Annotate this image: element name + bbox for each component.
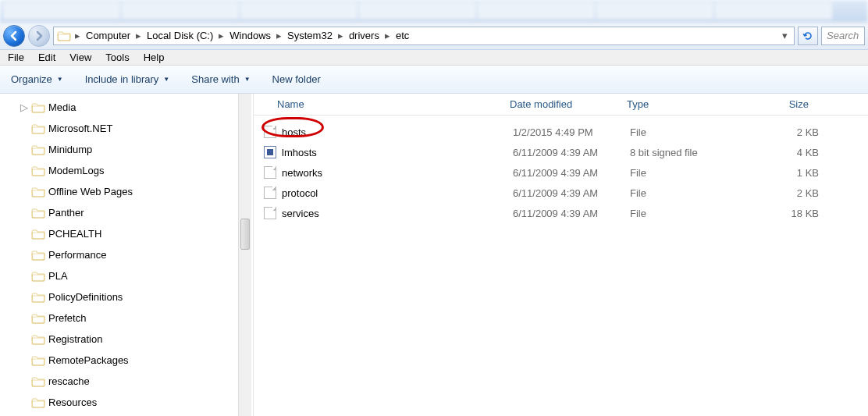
tree-item-label: Performance	[48, 249, 106, 261]
search-placeholder: Search	[827, 30, 859, 41]
scrollbar-thumb[interactable]	[240, 219, 250, 250]
tree-item-label: Minidump	[48, 144, 92, 155]
file-type: File	[630, 187, 747, 199]
crumb-drivers[interactable]: drivers	[347, 30, 381, 41]
file-name: networks	[282, 167, 513, 179]
folder-icon	[31, 123, 45, 134]
column-header-date[interactable]: Date modified	[503, 98, 621, 110]
menu-edit[interactable]: Edit	[32, 50, 62, 66]
file-row-services[interactable]: services6/11/2009 4:39 AMFile18 KB	[254, 203, 868, 223]
crumb-computer[interactable]: Computer	[84, 30, 132, 41]
tree-item-label: Offline Web Pages	[48, 186, 133, 197]
folder-icon	[31, 165, 45, 176]
menu-help[interactable]: Help	[137, 50, 171, 66]
file-date: 6/11/2009 4:39 AM	[513, 187, 630, 199]
chevron-right-icon: ▸	[274, 30, 284, 41]
file-name: lmhosts	[282, 147, 513, 158]
nav-bar: ▸ Computer ▸ Local Disk (C:) ▸ Windows ▸…	[0, 22, 868, 50]
crumb-windows[interactable]: Windows	[228, 30, 272, 41]
folder-icon	[31, 187, 45, 197]
folder-icon	[31, 376, 45, 387]
menu-tools[interactable]: Tools	[99, 50, 135, 66]
menu-file[interactable]: File	[2, 50, 30, 66]
tree-item-modemlogs[interactable]: ▷ModemLogs	[0, 160, 238, 181]
folder-icon	[57, 29, 71, 43]
column-header-name[interactable]: Name	[254, 98, 503, 110]
file-icon	[264, 146, 276, 158]
file-size: 18 KB	[747, 208, 819, 219]
tree-item-label: PCHEALTH	[48, 228, 101, 240]
organize-button[interactable]: Organize▼	[8, 70, 66, 88]
tree-item-label: Panther	[48, 207, 84, 219]
file-row-protocol[interactable]: protocol6/11/2009 4:39 AMFile2 KB	[254, 183, 868, 203]
chevron-right-icon: ▸	[382, 30, 393, 41]
folder-icon	[31, 250, 45, 261]
menu-view[interactable]: View	[63, 50, 98, 66]
folder-icon	[31, 334, 45, 345]
address-bar[interactable]: ▸ Computer ▸ Local Disk (C:) ▸ Windows ▸…	[53, 27, 795, 45]
tree-item-prefetch[interactable]: ▷Prefetch	[0, 308, 238, 329]
file-type: 8 bit signed file	[630, 147, 747, 158]
refresh-button[interactable]	[798, 27, 818, 45]
tree-item-panther[interactable]: ▷Panther	[0, 202, 238, 223]
tree-item-minidump[interactable]: ▷Minidump	[0, 139, 238, 160]
column-header-size[interactable]: Size	[738, 98, 816, 110]
tree-item-label: Registration	[48, 333, 102, 345]
chevron-right-icon: ▸	[336, 30, 346, 41]
folder-icon	[31, 355, 45, 366]
tree-item-resources[interactable]: ▷Resources	[0, 392, 238, 413]
file-rows: hosts1/2/2015 4:49 PMFile2 KBlmhosts6/11…	[254, 116, 868, 223]
tree-item-rescache[interactable]: ▷rescache	[0, 371, 238, 392]
tree-item-label: RemotePackages	[48, 354, 129, 366]
tree-item-performance[interactable]: ▷Performance	[0, 244, 238, 265]
file-size: 1 KB	[747, 167, 819, 179]
file-row-hosts[interactable]: hosts1/2/2015 4:49 PMFile2 KB	[254, 122, 868, 142]
tree-item-policydefinitions[interactable]: ▷PolicyDefinitions	[0, 286, 238, 308]
tree-item-label: rescache	[48, 375, 90, 387]
forward-button[interactable]	[28, 25, 50, 47]
crumb-localdisk[interactable]: Local Disk (C:)	[145, 30, 215, 41]
tree-item-pla[interactable]: ▷PLA	[0, 265, 238, 286]
file-type: File	[630, 167, 747, 179]
menu-bar: File Edit View Tools Help	[0, 50, 868, 66]
tree-scrollbar[interactable]	[238, 94, 251, 416]
tree-item-label: PLA	[48, 270, 68, 282]
file-row-lmhosts[interactable]: lmhosts6/11/2009 4:39 AM8 bit signed fil…	[254, 142, 868, 162]
chevron-down-icon: ▼	[163, 76, 169, 83]
file-date: 6/11/2009 4:39 AM	[513, 147, 630, 158]
search-input[interactable]: Search	[821, 27, 865, 45]
toolbar: Organize▼ Include in library▼ Share with…	[0, 66, 868, 94]
file-type: File	[630, 208, 747, 219]
address-dropdown-icon[interactable]: ▾	[779, 30, 791, 41]
file-date: 6/11/2009 4:39 AM	[513, 208, 630, 219]
include-in-library-button[interactable]: Include in library▼	[82, 70, 173, 88]
folder-icon	[31, 102, 45, 113]
file-row-networks[interactable]: networks6/11/2009 4:39 AMFile1 KB	[254, 162, 868, 183]
share-with-button[interactable]: Share with▼	[188, 70, 253, 88]
folder-icon	[31, 229, 45, 240]
folder-tree[interactable]: ▷Media▷Microsoft.NET▷Minidump▷ModemLogs▷…	[0, 94, 238, 416]
tree-item-pchealth[interactable]: ▷PCHEALTH	[0, 223, 238, 244]
expand-arrow-icon[interactable]: ▷	[20, 101, 28, 113]
file-icon	[264, 187, 276, 199]
file-date: 1/2/2015 4:49 PM	[513, 126, 630, 138]
crumb-system32[interactable]: System32	[286, 30, 334, 41]
tree-item-label: Microsoft.NET	[48, 123, 112, 134]
file-name: services	[282, 208, 513, 219]
file-list-pane: Name Date modified Type Size hosts1/2/20…	[254, 94, 868, 416]
crumb-etc[interactable]: etc	[394, 30, 411, 41]
tree-item-label: Prefetch	[48, 312, 86, 324]
browser-tabs-strip	[0, 0, 868, 22]
tree-item-offline-web-pages[interactable]: ▷Offline Web Pages	[0, 181, 238, 202]
chevron-down-icon: ▼	[244, 76, 251, 83]
chevron-right-icon: ▸	[133, 30, 144, 41]
back-button[interactable]	[3, 25, 25, 47]
tree-item-microsoft-net[interactable]: ▷Microsoft.NET	[0, 118, 238, 139]
new-folder-button[interactable]: New folder	[269, 70, 324, 88]
column-headers: Name Date modified Type Size	[254, 94, 868, 116]
file-type: File	[630, 126, 747, 138]
column-header-type[interactable]: Type	[621, 98, 738, 110]
tree-item-remotepackages[interactable]: ▷RemotePackages	[0, 350, 238, 371]
tree-item-media[interactable]: ▷Media	[0, 97, 238, 118]
tree-item-registration[interactable]: ▷Registration	[0, 329, 238, 350]
